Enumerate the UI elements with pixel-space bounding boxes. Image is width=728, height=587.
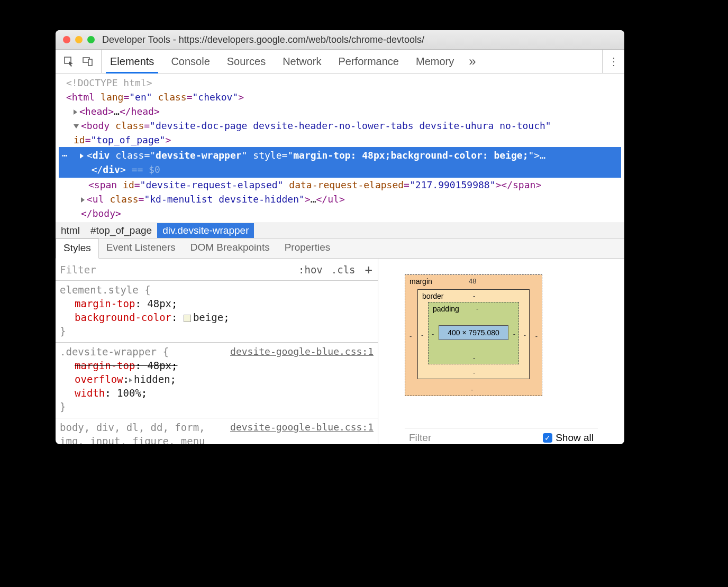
more-tabs-icon[interactable]: »	[462, 50, 482, 73]
hov-toggle[interactable]: :hov	[294, 264, 327, 276]
cls-toggle[interactable]: .cls	[327, 264, 360, 276]
dom-tree[interactable]: <!DOCTYPE html> <html lang="en" class="c…	[56, 74, 624, 223]
source-link[interactable]: devsite-google-blue.css:1	[230, 345, 374, 359]
box-model-column: margin 48 - - - border - - - - padding -…	[378, 259, 624, 444]
tab-performance[interactable]: Performance	[330, 50, 408, 73]
device-toggle-icon[interactable]	[82, 56, 94, 67]
body-node-2[interactable]: id="top_of_page">	[59, 133, 621, 147]
crumb-body[interactable]: #top_of_page	[85, 223, 157, 238]
new-rule-icon[interactable]: +	[360, 262, 378, 277]
body-node[interactable]: <body class="devsite-doc-page devsite-he…	[59, 118, 621, 133]
computed-filter-input[interactable]: Filter	[409, 432, 543, 444]
html-node[interactable]: <html lang="en" class="chekov">	[59, 90, 621, 104]
expand-icon[interactable]	[129, 378, 132, 382]
doctype[interactable]: <!DOCTYPE html>	[59, 76, 621, 90]
rule-element-style[interactable]: element.style { margin-top: 48px; backgr…	[56, 281, 378, 343]
titlebar: Developer Tools - https://developers.goo…	[56, 30, 624, 50]
crumb-html[interactable]: html	[56, 223, 85, 238]
kebab-menu-icon[interactable]: ⋮	[602, 50, 624, 73]
breadcrumb: html #top_of_page div.devsite-wrapper	[56, 223, 624, 239]
devtools-window: Developer Tools - https://developers.goo…	[56, 30, 624, 444]
ul-node[interactable]: <ul class="kd-menulist devsite-hidden">……	[59, 192, 621, 206]
styles-filter-row: Filter :hov .cls +	[56, 259, 378, 281]
head-node[interactable]: <head>…</head>	[59, 104, 621, 118]
tab-memory[interactable]: Memory	[407, 50, 462, 73]
expand-icon[interactable]	[74, 109, 77, 115]
selected-node[interactable]: ⋯ <div class="devsite-wrapper" style="ma…	[59, 147, 621, 178]
collapse-icon[interactable]	[74, 124, 79, 129]
traffic-lights	[56, 36, 95, 43]
color-swatch-icon[interactable]	[184, 315, 191, 322]
ptab-dom-bp[interactable]: DOM Breakpoints	[183, 239, 277, 258]
tab-elements[interactable]: Elements	[102, 50, 162, 73]
filter-input[interactable]: Filter	[56, 264, 294, 276]
body-close[interactable]: </body>	[59, 206, 621, 221]
tab-network[interactable]: Network	[274, 50, 330, 73]
checkbox-icon[interactable]: ✓	[543, 433, 552, 443]
box-model[interactable]: margin 48 - - - border - - - - padding -…	[405, 274, 542, 396]
main-tabs: Elements Console Sources Network Perform…	[102, 50, 483, 73]
styles-column: Filter :hov .cls + element.style { margi…	[56, 259, 378, 444]
show-all-label[interactable]: Show all	[556, 432, 594, 444]
tab-console[interactable]: Console	[162, 50, 218, 73]
minimize-icon[interactable]	[75, 36, 83, 43]
source-link[interactable]: devsite-google-blue.css:1	[230, 420, 374, 444]
expand-icon[interactable]	[80, 153, 84, 159]
rule-devsite-wrapper[interactable]: .devsite-wrapper {devsite-google-blue.cs…	[56, 343, 378, 418]
toolbar: Elements Console Sources Network Perform…	[56, 50, 624, 74]
ptab-styles[interactable]: Styles	[56, 239, 99, 259]
span-node[interactable]: <span id="devsite-request-elapsed" data-…	[59, 178, 621, 192]
svg-rect-2	[88, 59, 92, 66]
rule-global[interactable]: body, div, dl, dd, form, img, input, fig…	[56, 418, 378, 444]
window-title: Developer Tools - https://developers.goo…	[102, 34, 424, 45]
lower-pane: Filter :hov .cls + element.style { margi…	[56, 259, 624, 444]
inspect-icon[interactable]	[63, 56, 75, 67]
expand-icon[interactable]	[81, 197, 85, 203]
maximize-icon[interactable]	[87, 36, 95, 43]
ptab-listeners[interactable]: Event Listeners	[99, 239, 183, 258]
panel-tabs: Styles Event Listeners DOM Breakpoints P…	[56, 239, 624, 259]
computed-filter: Filter ✓ Show all	[405, 428, 598, 444]
ptab-properties[interactable]: Properties	[277, 239, 338, 258]
crumb-selected[interactable]: div.devsite-wrapper	[157, 223, 254, 238]
close-icon[interactable]	[63, 36, 70, 43]
tab-sources[interactable]: Sources	[219, 50, 274, 73]
